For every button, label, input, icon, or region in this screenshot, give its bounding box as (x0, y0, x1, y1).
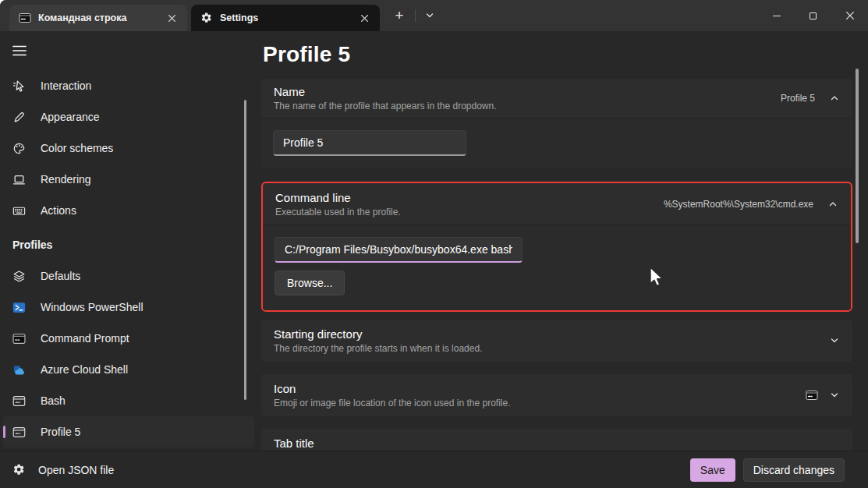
setting-card-starting-directory-header[interactable]: Starting directory The directory the pro… (261, 320, 852, 362)
sidebar-item-windows-powershell[interactable]: Windows PowerShell (3, 292, 254, 323)
profile-icon-preview (806, 389, 818, 401)
sidebar-item-label: Bash (41, 394, 66, 407)
profile-name-input[interactable] (273, 130, 466, 156)
setting-card-tab-title: Tab title (261, 429, 852, 451)
setting-title: Starting directory (274, 327, 482, 341)
minimize-button[interactable] (758, 0, 795, 31)
sidebar-item-appearance[interactable]: Appearance (3, 101, 254, 133)
setting-card-name-header[interactable]: Name The name of the profile that appear… (261, 79, 852, 118)
sidebar-item-rendering[interactable]: Rendering (3, 164, 254, 195)
terminal-window-icon (11, 424, 27, 440)
close-tab-icon[interactable] (163, 9, 180, 27)
sidebar-item-label: Windows PowerShell (41, 301, 143, 313)
setting-card-icon-header[interactable]: Icon Emoji or image file location of the… (261, 374, 852, 416)
setting-card-right: %SystemRoot%\System32\cmd.exe (664, 199, 838, 210)
close-window-button[interactable] (831, 0, 868, 31)
tab-command-prompt[interactable]: Командная строка (9, 5, 187, 31)
cmd-icon (19, 12, 31, 24)
maximize-icon (810, 12, 817, 19)
sidebar-item-label: Color schemes (41, 142, 113, 154)
gear-icon (12, 463, 26, 476)
profiles-section-header: Profiles (0, 229, 257, 260)
tab-label: Settings (220, 12, 349, 23)
browse-button[interactable]: Browse... (275, 271, 345, 295)
gear-icon (200, 12, 213, 24)
setting-card-text: Name The name of the profile that appear… (274, 85, 497, 111)
setting-card-text: Command line Executable used in the prof… (275, 191, 401, 217)
appearance-icon (11, 109, 27, 125)
chevron-up-icon[interactable] (827, 199, 838, 210)
close-tab-icon[interactable] (356, 9, 373, 27)
close-icon (845, 11, 855, 20)
new-tab-button[interactable]: + (388, 4, 411, 27)
chevron-up-icon[interactable] (829, 93, 840, 104)
tab-bar: Командная строка Settings + (0, 0, 868, 31)
setting-title: Name (274, 85, 497, 98)
tab-dropdown-button[interactable] (420, 4, 440, 27)
open-json-file-button[interactable]: Open JSON file (12, 463, 114, 476)
command-line-input[interactable] (275, 237, 523, 263)
setting-card-right (806, 389, 840, 401)
minimize-icon (773, 16, 781, 16)
setting-card-command-line-body: Browse... (263, 225, 851, 310)
interaction-icon (11, 78, 27, 94)
sidebar-item-bash[interactable]: Bash (3, 385, 254, 416)
nav-menu-button[interactable] (6, 41, 33, 61)
sidebar-item-interaction[interactable]: Interaction (3, 70, 254, 101)
sidebar-item-label: Appearance (41, 111, 100, 123)
hamburger-icon (12, 43, 27, 58)
setting-description: Executable used in the profile. (275, 207, 401, 217)
settings-main-panel: Profile 5 Name The name of the profile t… (257, 31, 868, 451)
mouse-cursor (650, 267, 664, 287)
setting-card-text: Starting directory The directory the pro… (274, 327, 482, 354)
actions-icon (11, 203, 27, 218)
cmd-icon (11, 331, 27, 346)
palette-icon (11, 140, 27, 156)
main-scrollbar[interactable] (856, 69, 859, 243)
save-button[interactable]: Save (690, 458, 735, 482)
sidebar-scrollbar[interactable] (244, 100, 246, 400)
setting-description: The name of the profile that appears in … (274, 101, 497, 111)
tab-settings[interactable]: Settings (191, 5, 380, 31)
terminal-settings-window: Командная строка Settings + Interaction (0, 0, 868, 488)
setting-card-name-body (261, 118, 852, 168)
setting-title: Command line (275, 191, 401, 204)
tab-label: Командная строка (38, 12, 156, 23)
tabbar-separator (415, 9, 416, 22)
sidebar-item-defaults[interactable]: Defaults (3, 260, 254, 292)
setting-card-text: Tab title (274, 437, 314, 450)
sidebar-item-command-prompt[interactable]: Command Prompt (3, 323, 254, 354)
setting-card-starting-directory: Starting directory The directory the pro… (261, 320, 852, 362)
setting-current-value: %SystemRoot%\System32\cmd.exe (664, 199, 813, 210)
page-title: Profile 5 (263, 42, 868, 67)
setting-card-text: Icon Emoji or image file location of the… (274, 382, 511, 408)
setting-card-name: Name The name of the profile that appear… (261, 79, 852, 168)
footer-bar: Open JSON file Save Discard changes (0, 451, 868, 488)
sidebar-nav-list: Interaction Appearance Color schemes Ren… (0, 70, 257, 226)
setting-card-icon: Icon Emoji or image file location of the… (261, 374, 852, 416)
sidebar-item-label: Command Prompt (41, 332, 129, 345)
sidebar-item-label: Interaction (41, 80, 91, 92)
settings-sidebar: Interaction Appearance Color schemes Ren… (0, 31, 257, 451)
chevron-down-icon (425, 11, 434, 20)
sidebar-item-azure-cloud-shell[interactable]: Azure Cloud Shell (3, 354, 254, 385)
sidebar-item-profile-5[interactable]: Profile 5 (3, 416, 254, 447)
sidebar-item-actions[interactable]: Actions (3, 195, 254, 226)
sidebar-item-label: Profile 5 (41, 426, 80, 438)
discard-changes-button[interactable]: Discard changes (743, 458, 845, 482)
footer-actions: Save Discard changes (690, 458, 845, 482)
chevron-down-icon[interactable] (829, 390, 840, 401)
powershell-icon (11, 299, 27, 315)
sidebar-item-color-schemes[interactable]: Color schemes (3, 133, 254, 164)
setting-card-command-line: Command line Executable used in the prof… (261, 182, 852, 312)
setting-card-right (829, 335, 840, 346)
layers-icon (11, 268, 27, 284)
setting-card-command-line-header[interactable]: Command line Executable used in the prof… (263, 183, 851, 225)
setting-card-tab-title-header[interactable]: Tab title (261, 429, 852, 451)
maximize-button[interactable] (795, 0, 831, 31)
selection-indicator (3, 426, 5, 438)
chevron-down-icon[interactable] (829, 335, 840, 346)
setting-title: Icon (274, 382, 511, 395)
open-json-file-label: Open JSON file (38, 464, 114, 476)
setting-description: Emoji or image file location of the icon… (274, 398, 511, 408)
